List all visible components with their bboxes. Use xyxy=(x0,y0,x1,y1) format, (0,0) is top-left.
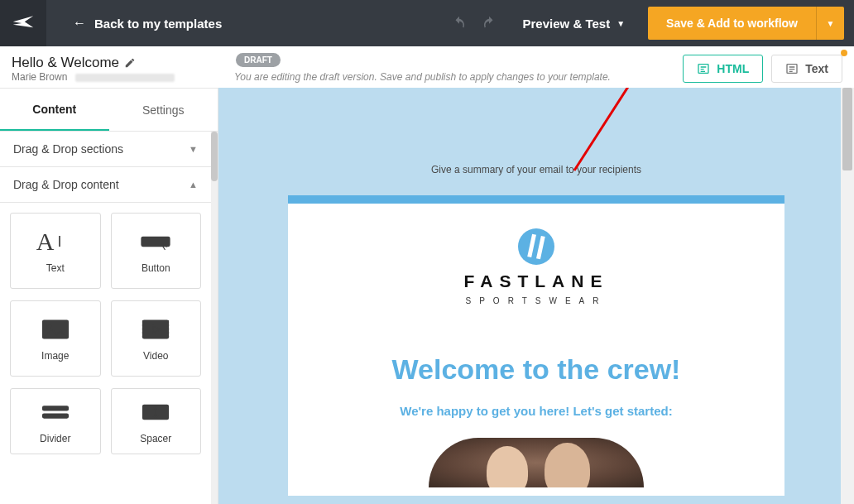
view-mode-text-label: Text xyxy=(805,62,828,75)
brand-tagline: SPORTSWEAR xyxy=(288,296,784,305)
hero-block[interactable]: Welcome to the crew! We're happy to get … xyxy=(288,320,784,496)
author-name: Marie Brown xyxy=(12,71,67,84)
brand-logo-icon xyxy=(518,228,554,265)
preview-test-menu[interactable]: Preview & Test ▼ xyxy=(523,17,626,31)
brand-name: FASTLANE xyxy=(288,271,784,291)
block-image[interactable]: Image xyxy=(10,300,101,377)
hero-subtitle: We're happy to get you here! Let's get s… xyxy=(313,404,760,418)
editor-sidebar: Content Settings Drag & Drop sections ▼ … xyxy=(0,88,218,504)
accordion-sections[interactable]: Drag & Drop sections ▼ xyxy=(0,132,211,167)
spacer-icon xyxy=(137,398,175,426)
block-button[interactable]: Button xyxy=(111,213,202,289)
accordion-content[interactable]: Drag & Drop content ▲ xyxy=(0,167,211,203)
block-divider-label: Divider xyxy=(40,433,70,444)
divider-icon xyxy=(36,398,74,426)
html-icon xyxy=(697,62,710,75)
hero-title: Welcome to the crew! xyxy=(313,353,760,386)
back-label: Back to my templates xyxy=(94,17,222,31)
email-preheader[interactable]: Give a summary of your email to your rec… xyxy=(218,88,854,195)
save-button-label: Save & Add to workflow xyxy=(648,17,816,30)
redo-icon[interactable] xyxy=(482,16,497,31)
template-title[interactable]: Hello & Welcome xyxy=(12,54,175,71)
block-text[interactable]: AI Text xyxy=(10,213,101,289)
draft-badge: DRAFT xyxy=(236,53,281,67)
chevron-down-icon: ▼ xyxy=(189,144,198,154)
svg-marker-0 xyxy=(13,16,34,27)
draft-note: You are editing the draft version. Save … xyxy=(234,71,611,83)
svg-point-11 xyxy=(518,228,554,265)
tab-settings-label: Settings xyxy=(142,103,185,117)
text-icon: AI xyxy=(36,228,74,256)
hero-image xyxy=(429,438,644,487)
back-to-templates-link[interactable]: ← Back to my templates xyxy=(73,16,222,31)
email-canvas[interactable]: Give a summary of your email to your rec… xyxy=(218,88,854,504)
view-mode-switch: HTML Text xyxy=(683,55,842,83)
block-video[interactable]: Video xyxy=(111,300,202,377)
email-body[interactable]: FASTLANE SPORTSWEAR Welcome to the crew!… xyxy=(288,195,784,496)
topbar: ← Back to my templates Preview & Test ▼ … xyxy=(0,0,854,46)
svg-rect-8 xyxy=(42,406,68,410)
arrow-left-icon: ← xyxy=(73,16,86,31)
tab-content[interactable]: Content xyxy=(0,89,109,131)
block-divider[interactable]: Divider xyxy=(10,388,101,454)
tab-content-label: Content xyxy=(32,103,76,116)
undo-icon[interactable] xyxy=(452,16,467,31)
brand-logo-block[interactable]: FASTLANE SPORTSWEAR xyxy=(288,204,784,320)
preview-label: Preview & Test xyxy=(523,17,611,31)
video-icon xyxy=(137,315,175,343)
author-email-redacted xyxy=(75,74,175,82)
title-row: Hello & Welcome Marie Brown DRAFT You ar… xyxy=(0,46,854,88)
svg-rect-9 xyxy=(42,414,68,418)
block-text-label: Text xyxy=(46,262,65,274)
block-button-label: Button xyxy=(142,262,170,274)
accordion-content-label: Drag & Drop content xyxy=(13,178,119,191)
template-name: Hello & Welcome xyxy=(12,54,119,71)
canvas-scrollbar[interactable] xyxy=(841,88,854,504)
accordion-sections-label: Drag & Drop sections xyxy=(13,142,123,156)
block-spacer-label: Spacer xyxy=(140,433,171,444)
button-icon xyxy=(137,228,175,256)
content-blocks-grid: AI Text Button Image Video xyxy=(0,203,211,464)
save-button-dropdown[interactable]: ▼ xyxy=(816,7,844,40)
view-mode-text[interactable]: Text xyxy=(771,55,842,83)
block-image-label: Image xyxy=(41,350,69,362)
author-line: Marie Brown xyxy=(12,71,175,84)
view-mode-html-label: HTML xyxy=(717,62,749,75)
undo-redo-group xyxy=(452,16,497,31)
block-spacer[interactable]: Spacer xyxy=(111,388,202,454)
block-video-label: Video xyxy=(143,350,168,362)
app-logo[interactable] xyxy=(0,0,46,46)
main-area: Content Settings Drag & Drop sections ▼ … xyxy=(0,88,854,504)
svg-rect-3 xyxy=(142,238,170,247)
sidebar-scrollbar[interactable] xyxy=(211,132,218,504)
svg-point-5 xyxy=(47,324,51,329)
caret-down-icon: ▼ xyxy=(617,19,625,28)
save-add-workflow-button[interactable]: Save & Add to workflow ▼ xyxy=(648,7,844,40)
text-icon xyxy=(785,62,799,75)
view-mode-html[interactable]: HTML xyxy=(683,55,763,83)
accent-bar xyxy=(288,195,784,204)
image-icon xyxy=(36,315,74,343)
chevron-up-icon: ▲ xyxy=(189,180,198,190)
tab-settings[interactable]: Settings xyxy=(109,89,218,131)
pencil-icon xyxy=(124,57,136,69)
